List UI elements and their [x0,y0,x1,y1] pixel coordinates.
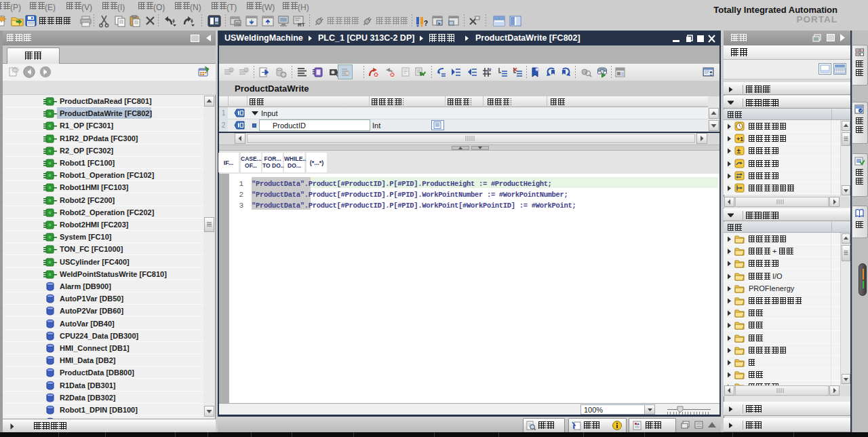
svg-text:+1: +1 [736,136,743,142]
svg-text:±: ± [737,147,741,155]
svg-text:RT: RT [298,22,305,27]
svg-text:?: ? [424,20,428,27]
svg-text:01: 01 [236,22,241,26]
